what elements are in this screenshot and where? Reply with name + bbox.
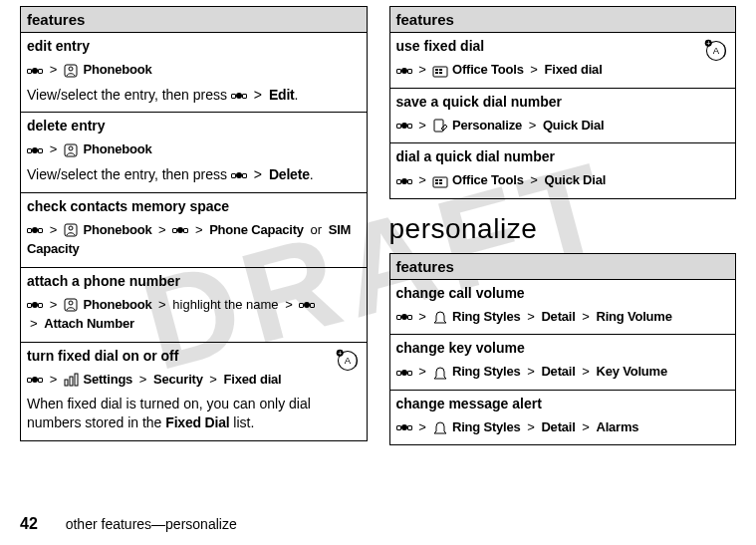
operator-badge-icon: A + [703, 38, 729, 64]
right-column: features A + use fixed dial > Office Too… [389, 6, 737, 504]
menu-item: Detail [541, 309, 575, 324]
svg-rect-29 [439, 182, 442, 184]
nav-key-icon [27, 66, 43, 76]
gt: > [582, 364, 590, 379]
ring-styles-icon [432, 420, 448, 434]
nav-key-icon [27, 300, 43, 310]
desc-text: list. [229, 414, 254, 430]
nav-path: > Personalize > Quick Dial [396, 116, 730, 136]
gt: > [529, 118, 537, 133]
gt: > [418, 172, 426, 187]
gt: > [530, 62, 538, 77]
settings-icon [64, 373, 80, 387]
nav-key-icon [396, 422, 412, 432]
row-title: dial a quick dial number [396, 148, 730, 164]
gt: > [158, 222, 166, 237]
table-row: dial a quick dial number > Office Tools … [389, 143, 736, 199]
menu-item: Fixed dial [545, 62, 603, 77]
svg-rect-13 [70, 377, 73, 386]
features-table-right-bottom: features change call volume > Ring Style… [389, 253, 737, 446]
row-desc: View/select the entry, then press > Edit… [27, 86, 361, 105]
table-row: attach a phone number > Phonebook > high… [21, 267, 368, 342]
svg-rect-22 [435, 72, 438, 74]
menu-item: Personalize [452, 118, 522, 133]
gt: > [418, 62, 426, 77]
menu-item: Quick Dial [543, 118, 605, 133]
table-row: A + use fixed dial > Office Tools > Fixe… [389, 33, 736, 89]
page-footer: 42 other features—personalize [20, 515, 237, 533]
or-text: or [311, 222, 323, 237]
features-table-left: features edit entry > Phonebook View/sel… [20, 6, 368, 441]
nav-path: > Settings > Security > Fixed dial [27, 370, 361, 390]
gt: > [158, 297, 166, 312]
operator-badge-icon: A + [335, 348, 361, 374]
nav-key-icon [27, 375, 43, 385]
table-row: change key volume > Ring Styles > Detail… [389, 335, 736, 391]
ring-styles-icon [432, 366, 448, 380]
office-tools-icon [432, 64, 448, 78]
menu-item: Phonebook [83, 222, 151, 237]
nav-path: > Office Tools > Quick Dial [396, 170, 730, 190]
gt: > [418, 118, 426, 133]
gt: > [530, 172, 538, 187]
nav-key-icon [396, 312, 412, 322]
section-heading: personalize [389, 213, 737, 245]
row-title: turn fixed dial on or off [27, 348, 361, 364]
svg-rect-28 [435, 182, 438, 184]
menu-item: Fixed Dial [165, 414, 229, 430]
svg-text:A: A [713, 45, 720, 56]
menu-item: Key Volume [596, 364, 666, 379]
left-column: features edit entry > Phonebook View/sel… [20, 6, 368, 504]
gt: > [418, 419, 426, 434]
menu-item: Alarms [596, 419, 638, 434]
table-header: features [21, 7, 368, 33]
table-row: save a quick dial number > Personalize >… [389, 88, 736, 143]
row-title: attach a phone number [27, 273, 361, 289]
gt: > [50, 222, 58, 237]
row-title: delete entry [27, 118, 361, 134]
row-title: change key volume [396, 340, 730, 356]
gt: > [50, 62, 58, 77]
menu-item: Ring Styles [452, 364, 521, 379]
svg-point-1 [69, 67, 73, 71]
menu-item: Detail [541, 364, 575, 379]
gt: > [527, 309, 535, 324]
svg-point-5 [69, 226, 73, 230]
row-title: use fixed dial [396, 38, 730, 54]
features-table-right-top: features A + use fixed dial > Office Too… [389, 6, 737, 199]
gt: > [30, 316, 38, 331]
phonebook-icon [64, 223, 80, 237]
nav-key-icon [231, 91, 247, 101]
menu-item: Settings [83, 372, 132, 387]
nav-key-icon [231, 170, 247, 180]
nav-key-icon [396, 66, 412, 76]
nav-key-icon [396, 176, 412, 186]
nav-path: > Ring Styles > Detail > Alarms [396, 417, 730, 437]
svg-rect-12 [65, 380, 68, 386]
menu-item: Office Tools [452, 172, 524, 187]
phonebook-icon [64, 64, 80, 78]
gt: > [285, 297, 293, 312]
gt: > [50, 372, 58, 387]
table-row: change message alert > Ring Styles > Det… [389, 390, 736, 445]
phonebook-icon [64, 143, 80, 157]
row-title: change message alert [396, 396, 730, 411]
desc-text: View/select the entry, then press [27, 87, 231, 103]
svg-point-7 [69, 301, 73, 305]
office-tools-icon [432, 174, 448, 188]
desc-text: highlight the name [172, 297, 278, 312]
menu-item: Quick Dial [545, 172, 607, 187]
row-desc: When fixed dial is turned on, you can on… [27, 395, 361, 432]
table-row: check contacts memory space > Phonebook … [21, 192, 368, 267]
nav-path: > Ring Styles > Detail > Ring Volume [396, 307, 730, 327]
table-row: A + turn fixed dial on or off > Settings… [21, 342, 368, 440]
svg-text:+: + [706, 40, 710, 47]
nav-path: > Ring Styles > Detail > Key Volume [396, 362, 730, 382]
nav-key-icon [27, 145, 43, 155]
gt: > [209, 372, 217, 387]
gt: > [527, 419, 535, 434]
nav-path: > Office Tools > Fixed dial [396, 60, 730, 80]
menu-item: Ring Styles [452, 309, 521, 324]
nav-key-icon [396, 368, 412, 378]
gt: > [418, 364, 426, 379]
